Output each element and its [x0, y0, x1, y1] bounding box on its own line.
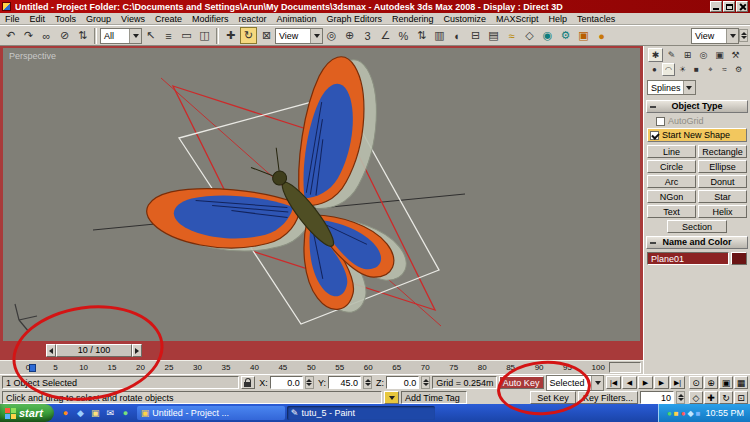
spinner-snap-icon[interactable]: ⇅	[413, 27, 430, 44]
spacewarps-category-icon[interactable]: ≈	[718, 63, 731, 76]
systems-category-icon[interactable]: ⚙	[732, 63, 745, 76]
auto-key-button[interactable]: Auto Key	[499, 376, 544, 389]
quick-launch-icon-5[interactable]: ●	[119, 408, 132, 418]
selection-lock-button[interactable]	[241, 376, 256, 389]
add-time-tag[interactable]: Add Time Tag	[401, 391, 467, 404]
current-frame-field[interactable]: 10	[640, 391, 674, 404]
tray-icon-2[interactable]: ■	[674, 409, 679, 418]
name-color-rollout-header[interactable]: Name and Color	[646, 236, 748, 249]
play-button[interactable]: ▶	[638, 376, 653, 389]
align-icon[interactable]: ⊟	[467, 27, 484, 44]
zoom-extents-icon[interactable]: ▣	[719, 376, 733, 389]
select-manipulate-icon[interactable]: ⊕	[341, 27, 358, 44]
arc-rotate-icon[interactable]: ↻	[719, 391, 733, 404]
window-crossing-icon[interactable]: ◫	[196, 27, 213, 44]
select-by-name-icon[interactable]: ≡	[160, 27, 177, 44]
set-key-button[interactable]: Set Key	[530, 391, 576, 404]
time-slider-thumb[interactable]: 10 / 100	[56, 344, 132, 357]
viewport-perspective[interactable]: Perspective	[0, 46, 643, 341]
autogrid-checkbox[interactable]	[656, 117, 665, 126]
menu-item[interactable]: Customize	[439, 13, 492, 25]
quick-render-icon[interactable]: ●	[593, 27, 610, 44]
schematic-view-icon[interactable]: ◇	[521, 27, 538, 44]
go-to-start-button[interactable]: |◀	[606, 376, 621, 389]
select-link-icon[interactable]: ∞	[38, 27, 55, 44]
object-name-field[interactable]: Plane01	[647, 252, 729, 265]
menu-item[interactable]: Rendering	[387, 13, 439, 25]
tray-icon-5[interactable]: ■	[696, 409, 701, 418]
x-coordinate-field[interactable]: 0.0	[270, 376, 303, 389]
section-button[interactable]: Section	[667, 220, 727, 233]
pan-icon[interactable]: ✚	[704, 391, 718, 404]
display-tab-icon[interactable]: ▣	[712, 48, 727, 62]
named-selection-sets-icon[interactable]: ▥	[431, 27, 448, 44]
quick-launch-icon-2[interactable]: ◆	[74, 408, 87, 418]
rectangle-button[interactable]: Rectangle	[698, 145, 747, 158]
start-button[interactable]: start	[0, 404, 54, 422]
modify-tab-icon[interactable]: ✎	[664, 48, 679, 62]
keyboard-override-button[interactable]	[384, 391, 399, 404]
angle-snap-icon[interactable]: ∠	[377, 27, 394, 44]
frame-spinner[interactable]	[676, 391, 685, 404]
menu-item[interactable]: MAXScript	[491, 13, 544, 25]
quick-launch-icon-4[interactable]: ✉	[104, 408, 117, 418]
start-new-shape-checkbox[interactable]	[650, 131, 659, 140]
x-spinner[interactable]	[305, 376, 314, 389]
selection-filter-dropdown[interactable]: All	[100, 28, 142, 44]
line-button[interactable]: Line	[647, 145, 696, 158]
menu-item[interactable]: Graph Editors	[322, 13, 388, 25]
key-filters-button[interactable]: Key Filters...	[578, 391, 638, 404]
helix-button[interactable]: Helix	[698, 205, 747, 218]
use-pivot-center-icon[interactable]: ◎	[323, 27, 340, 44]
tray-icon-1[interactable]: ●	[667, 409, 672, 418]
menu-item[interactable]: Group	[81, 13, 116, 25]
select-move-icon[interactable]: ✚	[222, 27, 239, 44]
task-paint[interactable]: ✎ tutu_5 - Paint	[287, 406, 435, 420]
unlink-icon[interactable]: ⊘	[56, 27, 73, 44]
field-of-view-icon[interactable]: ◇	[689, 391, 703, 404]
y-spinner[interactable]	[363, 376, 372, 389]
next-frame-button[interactable]: ▶	[654, 376, 669, 389]
reference-coordinate-dropdown[interactable]: View	[275, 28, 323, 44]
start-new-shape-button[interactable]: Start New Shape	[647, 128, 747, 142]
maximize-button[interactable]	[723, 1, 735, 12]
motion-tab-icon[interactable]: ◎	[696, 48, 711, 62]
menu-item[interactable]: File	[0, 13, 25, 25]
go-to-end-button[interactable]: ▶|	[670, 376, 685, 389]
zoom-icon[interactable]: ⊙	[689, 376, 703, 389]
select-rotate-icon[interactable]: ↻	[240, 27, 257, 44]
maximize-viewport-icon[interactable]: ⊡	[734, 391, 748, 404]
menu-item[interactable]: Tools	[50, 13, 81, 25]
object-color-swatch[interactable]	[731, 252, 747, 265]
curve-editor-icon[interactable]: ≈	[503, 27, 520, 44]
tray-icon-4[interactable]: ◆	[687, 409, 693, 418]
menu-item[interactable]: Animation	[271, 13, 321, 25]
viewport-view-dropdown[interactable]: View	[691, 28, 739, 44]
menu-item[interactable]: Edit	[25, 13, 51, 25]
utilities-tab-icon[interactable]: ⚒	[728, 48, 743, 62]
z-spinner[interactable]	[421, 376, 430, 389]
menu-item[interactable]: Tentacles	[572, 13, 620, 25]
menu-item[interactable]: Views	[116, 13, 150, 25]
percent-snap-icon[interactable]: %	[395, 27, 412, 44]
view-spinner[interactable]	[739, 29, 748, 42]
menu-item[interactable]: reactor	[233, 13, 271, 25]
shapes-category-icon[interactable]: ◠	[662, 63, 675, 76]
donut-button[interactable]: Donut	[698, 175, 747, 188]
arc-button[interactable]: Arc	[647, 175, 696, 188]
hierarchy-tab-icon[interactable]: ⊞	[680, 48, 695, 62]
select-object-icon[interactable]: ↖	[142, 27, 159, 44]
material-editor-icon[interactable]: ◉	[539, 27, 556, 44]
text-button[interactable]: Text	[647, 205, 696, 218]
redo-icon[interactable]: ↷	[20, 27, 37, 44]
layer-manager-icon[interactable]: ▤	[485, 27, 502, 44]
star-button[interactable]: Star	[698, 190, 747, 203]
time-slider[interactable]: 10 / 100	[0, 341, 643, 360]
bind-spacewarp-icon[interactable]: ⇅	[74, 27, 91, 44]
undo-icon[interactable]: ↶	[2, 27, 19, 44]
render-setup-icon[interactable]: ⚙	[557, 27, 574, 44]
tray-icon-3[interactable]: ●	[681, 409, 686, 418]
snap-toggle-icon[interactable]: 3	[359, 27, 376, 44]
ngon-button[interactable]: NGon	[647, 190, 696, 203]
close-button[interactable]	[736, 1, 748, 12]
